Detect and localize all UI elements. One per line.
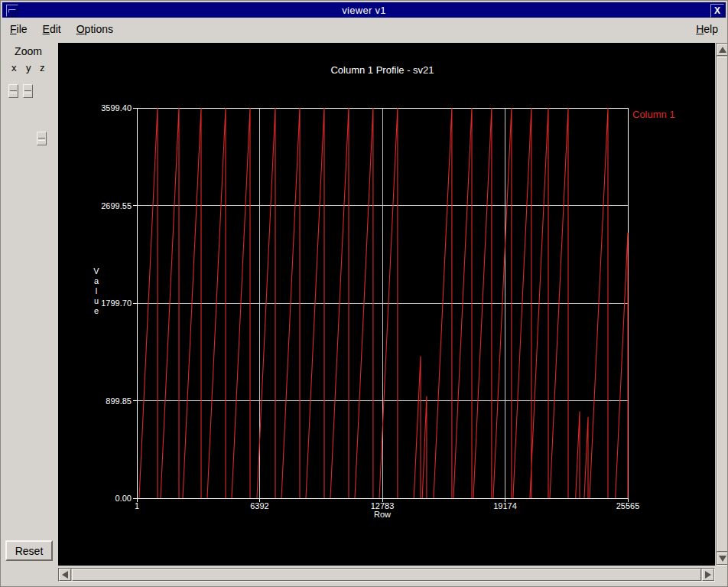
up-arrow-icon [719, 47, 726, 53]
app-window: viewer v1 X FileEditOptions Help Zoom Re… [0, 0, 728, 587]
x-tick-label: 1 [135, 501, 139, 510]
vertical-scrollbar-thumb[interactable] [717, 57, 728, 552]
zoom-axis-label-z: z [40, 62, 45, 73]
zoom-panel-title: Zoom [1, 45, 56, 57]
down-arrow-icon [719, 556, 726, 562]
window-menu-bar-glyph [8, 9, 16, 13]
horizontal-scrollbar[interactable] [58, 568, 715, 582]
chart: 163921278319174255650.00899.851799.70269… [58, 43, 715, 566]
zoom-axis-label-y: y [26, 62, 31, 73]
window-title: viewer v1 [2, 5, 726, 16]
horizontal-scrollbar-thumb[interactable] [72, 569, 701, 581]
x-tick-label: 25565 [616, 501, 640, 510]
vertical-scrollbar[interactable] [716, 43, 728, 566]
scroll-left-button[interactable] [59, 569, 71, 581]
y-axis-title-letter: a [94, 276, 99, 285]
y-axis-title-letter: V [93, 266, 99, 276]
close-button[interactable]: X [710, 4, 724, 18]
y-tick-label: 0.00 [115, 494, 132, 503]
zoom-slider-x[interactable] [8, 84, 18, 98]
plot-viewport: 163921278319174255650.00899.851799.70269… [58, 43, 715, 566]
menubar-right: Help [688, 21, 728, 38]
scroll-right-button[interactable] [702, 569, 714, 581]
y-tick-label: 899.85 [106, 396, 132, 406]
y-tick-label: 3599.40 [101, 103, 132, 113]
menu-item-edit[interactable]: Edit [35, 21, 69, 38]
slider-groove [24, 90, 31, 93]
menubar-left: FileEditOptions [1, 21, 121, 38]
zoom-panel: Zoom Reset xyz [1, 39, 58, 587]
reset-button[interactable]: Reset [5, 540, 53, 561]
menu-item-file[interactable]: File [2, 21, 35, 38]
zoom-slider-z[interactable] [37, 132, 47, 145]
menubar: FileEditOptions Help [1, 18, 728, 40]
content-area: Zoom Reset xyz 163921278319174255650.008… [1, 39, 728, 587]
x-tick-label: 19174 [493, 501, 517, 510]
menu-item-options[interactable]: Options [69, 21, 121, 38]
zoom-axis-label-x: x [11, 62, 17, 73]
y-axis-title-letter: e [94, 306, 99, 315]
x-axis-title: Row [374, 510, 391, 519]
left-arrow-icon [62, 571, 68, 579]
y-tick-label: 2699.55 [101, 201, 132, 210]
y-axis-title-letter: u [94, 296, 99, 305]
y-axis-title-letter: l [96, 286, 97, 295]
y-tick-label: 1799.70 [101, 298, 132, 308]
slider-groove [10, 90, 17, 93]
legend-column-1: Column 1 [632, 109, 675, 120]
titlebar[interactable]: viewer v1 X [2, 2, 726, 18]
menu-item-help[interactable]: Help [688, 21, 726, 38]
x-tick-label: 6392 [250, 501, 268, 510]
scroll-down-button[interactable] [717, 553, 728, 565]
chart-title: Column 1 Profile - sv21 [330, 64, 434, 76]
slider-groove [38, 138, 45, 141]
window-menu-icon[interactable] [6, 5, 18, 17]
zoom-slider-y[interactable] [23, 84, 33, 98]
right-arrow-icon [705, 571, 711, 579]
scroll-up-button[interactable] [717, 44, 728, 56]
